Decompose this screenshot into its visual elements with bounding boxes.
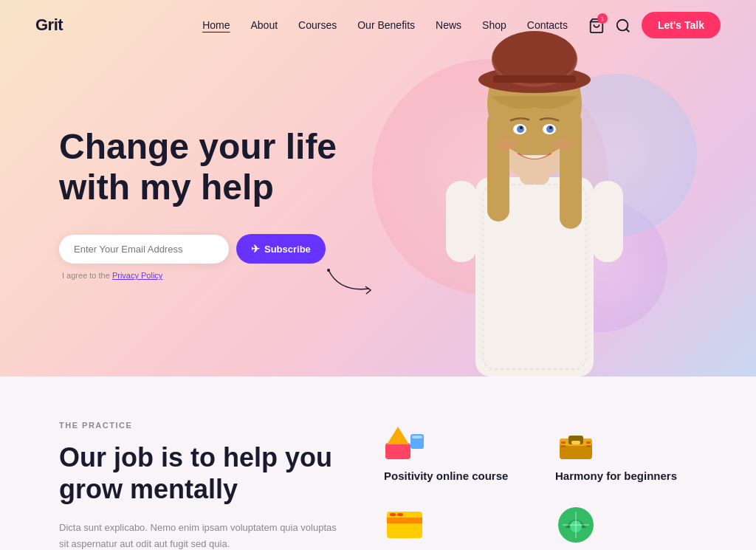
svg-rect-33 [571,441,580,444]
svg-rect-29 [412,436,422,439]
course-card-partial-1[interactable] [384,504,526,546]
course-name-harmony: Harmony for beginners [555,470,697,482]
nav-link-home[interactable]: Home [202,19,230,31]
nav-item-shop[interactable]: Shop [482,18,506,32]
nav-item-courses[interactable]: Courses [298,18,337,32]
privacy-text: I agree to the Privacy Policy [59,271,369,280]
courses-grid: Positivity online course Harmony for beg… [384,421,697,550]
nav-link-about[interactable]: About [250,19,278,31]
course-card-harmony[interactable]: Harmony for beginners [555,421,697,482]
section-left: THE PRACTICE Our job is to help you grow… [59,421,340,550]
svg-rect-25 [592,181,623,262]
lets-talk-button[interactable]: Let's Talk [642,12,721,38]
svg-point-22 [496,138,517,150]
course-card-partial-2[interactable] [555,504,697,546]
svg-rect-41 [397,513,403,516]
course-name-positivity: Positivity online course [384,470,526,482]
nav-links: Home About Courses Our Benefits News Sho… [202,18,568,32]
subscribe-label: Subscribe [264,244,311,255]
svg-rect-37 [586,445,591,447]
nav-icons: 1 [588,18,630,32]
section-description: Dicta sunt explicabo. Nemo enim ipsam vo… [59,520,340,550]
navbar: Grit Home About Courses Our Benefits New… [0,0,756,50]
svg-point-21 [549,126,552,129]
nav-link-news[interactable]: News [436,19,461,31]
privacy-policy-link[interactable]: Privacy Policy [112,271,162,280]
nav-item-about[interactable]: About [250,18,278,32]
nav-link-benefits[interactable]: Our Benefits [357,19,415,31]
course-icon-partial-2 [555,504,597,546]
svg-point-20 [520,126,523,129]
nav-item-news[interactable]: News [436,18,461,32]
email-input[interactable] [59,235,229,264]
svg-rect-34 [561,441,566,444]
nav-link-shop[interactable]: Shop [482,19,506,31]
nav-item-home[interactable]: Home [202,18,230,32]
arrow-decoration [325,263,384,303]
svg-rect-36 [586,441,591,444]
course-icon-harmony [555,421,597,462]
svg-rect-15 [493,75,576,83]
practice-section: THE PRACTICE Our job is to help you grow… [0,377,756,550]
svg-rect-40 [390,513,396,516]
nav-link-courses[interactable]: Courses [298,19,337,31]
nav-link-contacts[interactable]: Contacts [527,19,568,31]
nav-item-contacts[interactable]: Contacts [527,18,568,32]
section-tag: THE PRACTICE [59,421,340,430]
subscribe-button[interactable]: ✈ Subscribe [236,234,326,264]
svg-marker-27 [387,427,409,444]
nav-item-benefits[interactable]: Our Benefits [357,18,415,32]
section-title: Our job is to help you grow mentally [59,441,340,505]
svg-point-23 [552,138,573,150]
svg-rect-26 [385,443,410,459]
course-card-positivity[interactable]: Positivity online course [384,421,526,482]
svg-rect-35 [561,445,566,447]
hero-content: Change your life with my help ✈ Subscrib… [0,126,369,280]
cart-icon[interactable]: 1 [588,18,603,32]
svg-point-3 [327,269,330,272]
svg-rect-39 [387,518,422,523]
email-row: ✈ Subscribe [59,234,369,264]
svg-line-2 [626,29,629,32]
logo[interactable]: Grit [35,16,63,35]
svg-rect-9 [487,111,509,221]
cart-badge: 1 [597,13,608,24]
course-icon-positivity [384,421,425,462]
hero-title: Change your life with my help [59,126,369,207]
svg-point-1 [617,20,628,31]
subscribe-icon: ✈ [251,243,260,255]
hero-person [402,0,667,377]
svg-rect-24 [446,181,477,262]
search-icon[interactable] [615,18,630,32]
hero-section: Change your life with my help ✈ Subscrib… [0,0,756,377]
course-icon-partial-1 [384,504,425,546]
svg-rect-10 [560,111,582,229]
